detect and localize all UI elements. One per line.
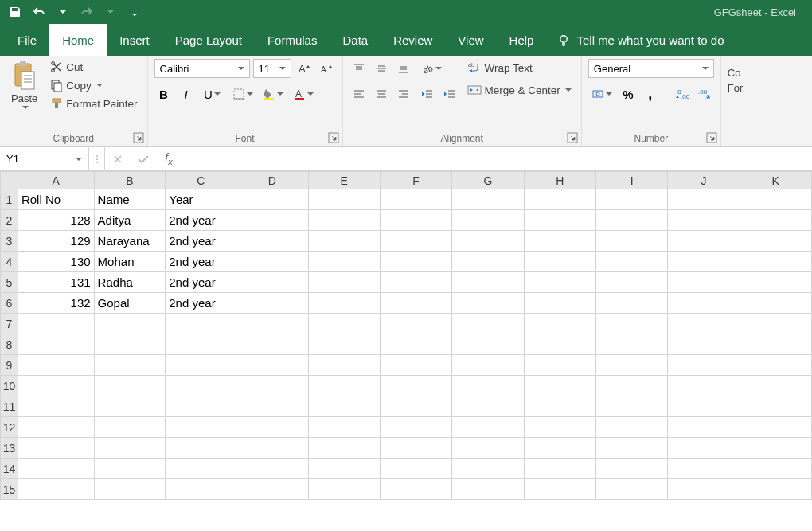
- italic-button[interactable]: I: [177, 84, 196, 103]
- cell[interactable]: [740, 479, 811, 500]
- cell[interactable]: [668, 272, 740, 293]
- cell[interactable]: [452, 334, 524, 355]
- cell[interactable]: Aditya: [94, 210, 166, 231]
- cell[interactable]: [740, 293, 811, 314]
- cell[interactable]: [236, 252, 308, 272]
- qat-customize-icon[interactable]: [124, 2, 145, 22]
- cell[interactable]: [595, 210, 667, 231]
- cell[interactable]: [308, 189, 380, 210]
- cell[interactable]: [18, 459, 94, 479]
- cell[interactable]: [236, 314, 308, 334]
- column-header[interactable]: J: [668, 172, 740, 189]
- cell[interactable]: [236, 272, 308, 293]
- cell[interactable]: [18, 479, 94, 500]
- cell[interactable]: [380, 479, 451, 500]
- cell[interactable]: [380, 314, 451, 334]
- cell[interactable]: [740, 231, 811, 252]
- cell[interactable]: Gopal: [94, 293, 166, 314]
- cell[interactable]: [308, 314, 380, 334]
- cancel-formula-button[interactable]: [105, 147, 131, 170]
- column-header[interactable]: B: [94, 172, 166, 189]
- paste-button[interactable]: Paste: [6, 59, 42, 112]
- cell[interactable]: Mohan: [94, 252, 166, 272]
- cell[interactable]: [524, 355, 595, 376]
- cell[interactable]: [308, 272, 380, 293]
- cell[interactable]: [740, 334, 811, 355]
- row-header[interactable]: 8: [1, 334, 18, 355]
- cell[interactable]: [452, 438, 524, 459]
- align-right-button[interactable]: [394, 84, 413, 103]
- cell[interactable]: [668, 459, 740, 479]
- cell[interactable]: [380, 210, 451, 231]
- cell[interactable]: [166, 355, 236, 376]
- tab-file[interactable]: File: [5, 24, 49, 56]
- cell[interactable]: 129: [18, 231, 94, 252]
- cell[interactable]: [18, 334, 94, 355]
- cell[interactable]: [236, 376, 308, 396]
- cell[interactable]: [380, 438, 451, 459]
- cell[interactable]: [236, 479, 308, 500]
- cell[interactable]: [308, 479, 380, 500]
- cell[interactable]: [524, 272, 595, 293]
- increase-indent-button[interactable]: [440, 84, 459, 103]
- cell[interactable]: [595, 417, 667, 438]
- cell[interactable]: [452, 272, 524, 293]
- cell[interactable]: [595, 272, 667, 293]
- align-left-button[interactable]: [349, 84, 369, 103]
- cell[interactable]: [452, 293, 524, 314]
- cell[interactable]: [308, 231, 380, 252]
- cell[interactable]: [595, 334, 667, 355]
- column-header[interactable]: I: [595, 172, 667, 189]
- cell[interactable]: [524, 252, 595, 272]
- decrease-indent-button[interactable]: [418, 84, 437, 103]
- cell[interactable]: [308, 210, 380, 231]
- cell[interactable]: [595, 438, 667, 459]
- cell[interactable]: [595, 252, 667, 272]
- row-header[interactable]: 12: [1, 417, 18, 438]
- cell[interactable]: [595, 355, 667, 376]
- format-painter-button[interactable]: Format Painter: [47, 96, 140, 111]
- orientation-button[interactable]: ab: [418, 59, 445, 78]
- bold-button[interactable]: B: [154, 84, 174, 103]
- column-header[interactable]: G: [452, 172, 524, 189]
- cell[interactable]: [668, 334, 740, 355]
- redo-icon[interactable]: [76, 2, 97, 22]
- cell[interactable]: [452, 314, 524, 334]
- tell-me-search[interactable]: Tell me what you want to do: [546, 24, 724, 56]
- cell[interactable]: [380, 355, 451, 376]
- cell[interactable]: [595, 293, 667, 314]
- cell[interactable]: [166, 334, 236, 355]
- row-header[interactable]: 5: [1, 272, 18, 293]
- font-name-select[interactable]: Calibri: [154, 59, 250, 78]
- cell[interactable]: [452, 376, 524, 396]
- formula-input[interactable]: [182, 147, 812, 170]
- cell[interactable]: [740, 314, 811, 334]
- undo-dropdown-icon[interactable]: [53, 2, 73, 22]
- cell[interactable]: [380, 459, 451, 479]
- spreadsheet-grid[interactable]: ABCDEFGHIJK1Roll NoNameYear2128Aditya2nd…: [0, 171, 812, 500]
- cell[interactable]: [94, 479, 166, 500]
- cell[interactable]: [524, 417, 595, 438]
- cell[interactable]: [308, 252, 380, 272]
- cell[interactable]: [524, 438, 595, 459]
- cell[interactable]: [740, 396, 811, 417]
- cell[interactable]: [18, 376, 94, 396]
- cell[interactable]: [308, 355, 380, 376]
- cell[interactable]: [380, 293, 451, 314]
- tab-data[interactable]: Data: [330, 24, 381, 56]
- cell[interactable]: [668, 355, 740, 376]
- cell[interactable]: [452, 189, 524, 210]
- cell[interactable]: [452, 210, 524, 231]
- cell[interactable]: [524, 334, 595, 355]
- dialog-launcher-icon[interactable]: [133, 132, 144, 143]
- cell[interactable]: [94, 355, 166, 376]
- column-header[interactable]: K: [740, 172, 811, 189]
- cell[interactable]: [452, 231, 524, 252]
- cell[interactable]: [18, 355, 94, 376]
- cell[interactable]: [740, 189, 811, 210]
- cut-button[interactable]: Cut: [47, 59, 140, 75]
- tab-help[interactable]: Help: [497, 24, 547, 56]
- cell[interactable]: [524, 293, 595, 314]
- cell[interactable]: [380, 272, 451, 293]
- redo-dropdown-icon[interactable]: [100, 2, 121, 22]
